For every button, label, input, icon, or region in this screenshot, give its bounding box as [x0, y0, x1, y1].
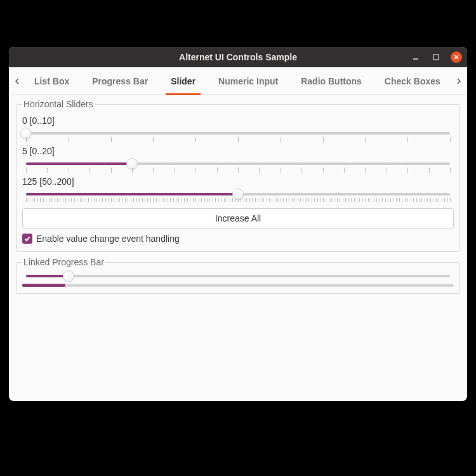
enable-events-checkbox-row[interactable]: Enable value change event handling [22, 232, 454, 245]
slider[interactable] [22, 189, 454, 204]
tab-label: Numeric Input [218, 76, 278, 86]
tab-scroll-left-icon[interactable] [11, 78, 23, 84]
slider-track [26, 193, 450, 195]
tabs: List BoxProgress BarSliderNumeric InputR… [23, 67, 453, 95]
slider-track [26, 275, 450, 277]
tab-scroll-right-icon[interactable] [453, 78, 465, 84]
slider-fill [26, 193, 238, 195]
linked-progress-legend: Linked Progress Bar [22, 257, 105, 267]
slider-label: 0 [0..10] [22, 116, 454, 126]
progress-fill [22, 284, 65, 287]
slider-ticks [26, 198, 450, 204]
slider-track [26, 132, 450, 135]
linked-progress-bar [22, 284, 454, 287]
slider[interactable] [22, 159, 454, 174]
increase-all-button[interactable]: Increase All [22, 208, 454, 228]
horizontal-sliders-group: Horizontal Sliders 0 [0..10]5 [0..20]125… [17, 99, 459, 252]
tab-label: Slider [171, 76, 195, 86]
tab-numeric-input[interactable]: Numeric Input [207, 67, 289, 95]
tab-list-box[interactable]: List Box [23, 67, 81, 95]
slider-track [26, 162, 450, 165]
horizontal-sliders-legend: Horizontal Sliders [22, 99, 95, 109]
tab-label: List Box [34, 76, 69, 86]
tab-progress-bar[interactable]: Progress Bar [81, 67, 159, 95]
slider-fill [26, 162, 132, 165]
titlebar: Alternet UI Controls Sample [9, 47, 467, 67]
linked-progress-group: Linked Progress Bar [17, 257, 459, 294]
tab-check-boxes[interactable]: Check Boxes [373, 67, 452, 95]
tab-label: Radio Buttons [301, 76, 362, 86]
tab-label: Check Boxes [385, 76, 440, 86]
tab-label: Progress Bar [92, 76, 148, 86]
maximize-icon[interactable] [430, 51, 442, 63]
close-icon[interactable] [451, 51, 462, 63]
checkbox-checked-icon[interactable] [22, 234, 32, 244]
svg-rect-1 [433, 55, 439, 60]
tab-radio-buttons[interactable]: Radio Buttons [289, 67, 373, 95]
window: Alternet UI Controls Sample List BoxProg… [9, 47, 467, 401]
slider-block: 0 [0..10] [22, 116, 454, 143]
slider-block: 125 [50..200] [22, 176, 454, 204]
slider[interactable] [22, 128, 454, 143]
slider-ticks [26, 168, 450, 174]
content: Horizontal Sliders 0 [0..10]5 [0..20]125… [9, 95, 467, 303]
slider-fill [26, 275, 69, 277]
titlebar-buttons [410, 47, 462, 67]
minimize-icon[interactable] [410, 51, 421, 63]
window-title: Alternet UI Controls Sample [179, 52, 297, 62]
tab-slider[interactable]: Slider [159, 67, 207, 95]
tabbar: List BoxProgress BarSliderNumeric InputR… [9, 67, 467, 95]
slider-thumb[interactable] [63, 270, 74, 282]
linked-slider[interactable] [22, 271, 454, 277]
slider-ticks [26, 137, 450, 143]
slider-block: 5 [0..20] [22, 146, 454, 174]
slider-label: 125 [50..200] [22, 176, 454, 187]
enable-events-label: Enable value change event handling [36, 234, 180, 244]
slider-label: 5 [0..20] [22, 146, 454, 156]
